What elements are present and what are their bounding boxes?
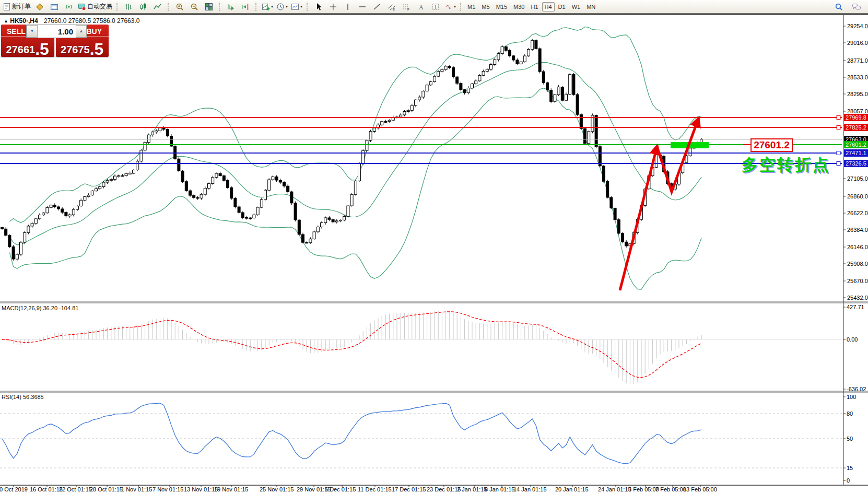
- text-tool-button[interactable]: A: [414, 1, 428, 13]
- timeframe-M15[interactable]: M15: [494, 2, 510, 11]
- cn-annotation-text[interactable]: 多空转折点: [742, 154, 830, 176]
- candlestick-chart-button[interactable]: [136, 1, 150, 13]
- one-click-trading-panel: SELL 27661.5 BUY 27675.5 ▼ ▲: [1, 25, 109, 57]
- autotrading-label: 自动交易: [87, 2, 112, 11]
- bar-chart-icon: [124, 3, 133, 11]
- svg-text:28533.0: 28533.0: [847, 74, 868, 80]
- fibonacci-tool-button[interactable]: F: [399, 1, 414, 13]
- clock-icon: [276, 3, 285, 11]
- line-handle[interactable]: [837, 151, 840, 155]
- svg-text:13 Nov 01:15: 13 Nov 01:15: [184, 486, 218, 492]
- toolbar-grip: [255, 3, 257, 11]
- chart-window: 29254.029016.028771.028533.028295.028057…: [0, 14, 868, 493]
- svg-text:13 Feb 05:00: 13 Feb 05:00: [683, 486, 717, 492]
- trendline-icon: [373, 3, 381, 11]
- new-order-icon: [3, 3, 11, 11]
- chart-shift-button[interactable]: [238, 1, 253, 13]
- svg-text:T: T: [434, 4, 437, 10]
- toolbar-grip: [460, 3, 462, 11]
- arrows-icon: [444, 3, 453, 11]
- crosshair-icon: [329, 3, 337, 11]
- volume-input[interactable]: [38, 25, 76, 38]
- timeframe-D1[interactable]: D1: [556, 2, 568, 11]
- timeframe-M30[interactable]: M30: [511, 2, 527, 11]
- toolbar-grip: [116, 3, 119, 11]
- crosshair-tool-button[interactable]: [326, 1, 341, 13]
- svg-text:28 Oct 01:15: 28 Oct 01:15: [90, 486, 123, 492]
- fibonacci-icon: F: [402, 3, 410, 11]
- svg-text:100: 100: [847, 394, 856, 400]
- svg-text:10 Oct 2019: 10 Oct 2019: [0, 486, 28, 492]
- toolbar-grip: [219, 3, 221, 11]
- arrows-tool-button[interactable]: ▾: [443, 1, 458, 13]
- zoom-in-button[interactable]: [172, 1, 187, 13]
- tile-windows-icon: [205, 3, 213, 11]
- periods-button[interactable]: ▾: [275, 1, 289, 13]
- new-order-button[interactable]: 新订单: [1, 1, 32, 13]
- svg-text:E: E: [393, 8, 395, 11]
- timeframe-group: M1M5M15M30H1H4D1W1MN: [465, 2, 598, 11]
- macd-values: 36.20 -104.81: [43, 305, 78, 311]
- chart-canvas[interactable]: 29254.029016.028771.028533.028295.028057…: [0, 15, 868, 493]
- svg-text:7 Nov 01:15: 7 Nov 01:15: [153, 486, 183, 492]
- dropdown-caret-icon: ▾: [454, 5, 456, 9]
- svg-text:20 Jan 01:15: 20 Jan 01:15: [555, 486, 589, 492]
- zoom-out-icon: [190, 3, 198, 11]
- price-callout-label[interactable]: 27601.2: [750, 138, 793, 152]
- line-handle[interactable]: [837, 126, 840, 130]
- zigzag-arrow-up1[interactable]: [620, 147, 657, 290]
- text-tool-icon: A: [417, 3, 425, 11]
- line-chart-button[interactable]: [150, 1, 165, 13]
- ohlc-readout: 27660.0 27680.5 27586.0 27663.0: [44, 17, 140, 25]
- signals-button[interactable]: [62, 1, 76, 13]
- svg-text:17 Dec 01:15: 17 Dec 01:15: [392, 486, 426, 492]
- svg-text:1 Nov 01:15: 1 Nov 01:15: [121, 486, 152, 492]
- svg-text:27825.2: 27825.2: [846, 124, 866, 131]
- label-tool-button[interactable]: T: [428, 1, 443, 13]
- svg-text:2 Jan 01:15: 2 Jan 01:15: [457, 486, 487, 492]
- channel-tool-button[interactable]: E: [384, 1, 399, 13]
- bar-chart-button[interactable]: [121, 1, 136, 13]
- zoom-out-button[interactable]: [187, 1, 202, 13]
- line-handle[interactable]: [837, 116, 840, 120]
- timeframe-W1[interactable]: W1: [569, 2, 583, 11]
- svg-text:25908.0: 25908.0: [847, 261, 868, 267]
- profiles-button[interactable]: [32, 1, 47, 13]
- vertical-line-tool-button[interactable]: [341, 1, 355, 13]
- volume-up-button[interactable]: ▲: [76, 25, 87, 38]
- candlestick-icon: [139, 3, 147, 11]
- timeframe-MN[interactable]: MN: [584, 2, 598, 11]
- market-window-button[interactable]: [47, 1, 62, 13]
- indicators-button[interactable]: ▾: [260, 1, 275, 13]
- tile-windows-button[interactable]: [202, 1, 216, 13]
- templates-button[interactable]: ▾: [289, 1, 304, 13]
- symbol-period-label: HK50-,H4: [10, 17, 38, 25]
- timeframe-M5[interactable]: M5: [479, 2, 492, 11]
- chat-button[interactable]: [849, 1, 864, 13]
- time-axis: 10 Oct 201916 Oct 01:1522 Oct 01:1528 Oc…: [0, 485, 717, 492]
- svg-text:80: 80: [847, 410, 853, 417]
- toolbar: 新订单 自动交易 ▾ ▾: [0, 0, 868, 14]
- cloud-window-icon: [50, 3, 58, 11]
- svg-text:14 Jan 01:15: 14 Jan 01:15: [513, 486, 547, 492]
- toolbar-grip: [307, 3, 309, 11]
- horizontal-line-tool-button[interactable]: [355, 1, 370, 13]
- axis-price-box: 27326.5: [844, 160, 868, 167]
- volume-control: ▼ ▲: [26, 25, 87, 38]
- volume-down-button[interactable]: ▼: [27, 25, 38, 38]
- svg-text:F: F: [407, 8, 409, 11]
- auto-scroll-button[interactable]: [224, 1, 238, 13]
- line-handle[interactable]: [837, 162, 840, 166]
- cursor-tool-button[interactable]: [311, 1, 326, 13]
- cursor-icon: [314, 3, 323, 11]
- svg-text:50: 50: [847, 436, 853, 442]
- search-button[interactable]: [831, 1, 846, 13]
- line-chart-icon: [154, 3, 162, 11]
- trendline-tool-button[interactable]: [370, 1, 384, 13]
- chart-header: ▲ HK50-,H4 27660.0 27680.5 27586.0 27663…: [4, 17, 139, 25]
- timeframe-H1[interactable]: H1: [528, 2, 541, 11]
- svg-text:27601.2: 27601.2: [846, 142, 866, 148]
- autotrading-button[interactable]: 自动交易: [76, 1, 114, 13]
- timeframe-M1[interactable]: M1: [465, 2, 478, 11]
- timeframe-H4[interactable]: H4: [542, 2, 555, 11]
